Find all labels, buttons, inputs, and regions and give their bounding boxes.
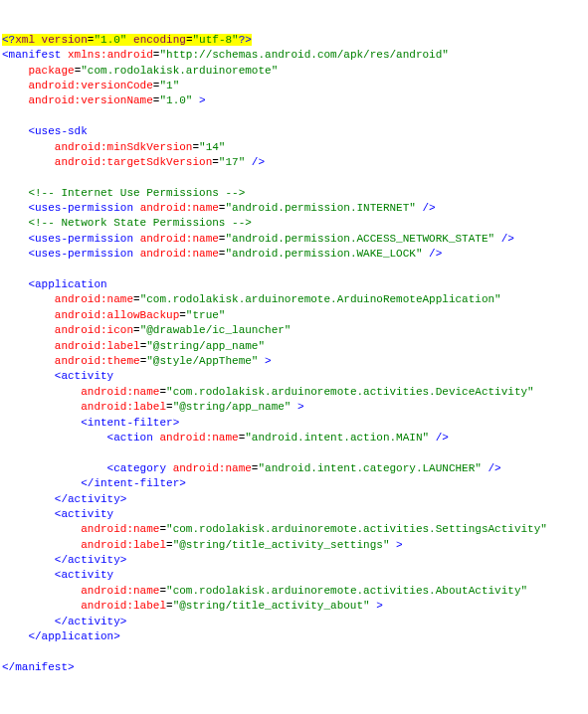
intent-filter-close: </intent-filter>	[2, 477, 186, 489]
application-open: <application	[2, 278, 107, 290]
uses-permission: <uses-permission	[2, 248, 133, 260]
activity-open: <activity	[2, 569, 113, 581]
uses-sdk: <uses-sdk	[2, 125, 88, 137]
activity-open: <activity	[2, 370, 113, 382]
activity-close: </activity>	[2, 554, 126, 566]
activity-close: </activity>	[2, 616, 126, 627]
manifest-open: <manifest	[2, 49, 61, 61]
xml-code-block: <?xml version="1.0" encoding="utf-8"?> <…	[2, 33, 586, 675]
application-close: </application>	[2, 630, 120, 642]
xml-declaration: <?xml version="1.0" encoding="utf-8"?>	[2, 34, 252, 46]
activity-open: <activity	[2, 508, 113, 520]
uses-permission: <uses-permission	[2, 202, 133, 214]
category-tag: <category	[2, 462, 166, 474]
uses-permission: <uses-permission	[2, 233, 133, 245]
comment-network: <!-- Network State Permissions -->	[2, 217, 252, 229]
intent-filter-open: <intent-filter>	[2, 417, 179, 429]
manifest-close: </manifest>	[2, 661, 75, 673]
activity-close: </activity>	[2, 493, 126, 505]
action-tag: <action	[2, 432, 153, 444]
comment-internet: <!-- Internet Use Permissions -->	[2, 187, 245, 199]
